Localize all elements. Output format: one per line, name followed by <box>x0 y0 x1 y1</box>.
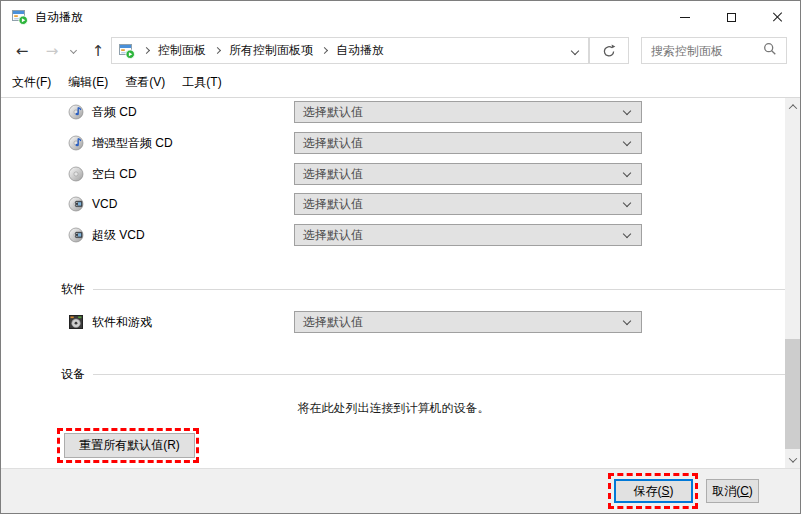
media-row-enhanced-audio-cd: 增强型音频 CD 选择默认值 <box>2 132 785 154</box>
save-button[interactable]: 保存(S) <box>614 479 693 503</box>
video-cd-icon <box>68 227 84 243</box>
search-icon[interactable] <box>763 42 777 60</box>
enhanced-audio-cd-default-select[interactable]: 选择默认值 <box>294 132 642 154</box>
section-devices: 设备 <box>61 367 785 382</box>
vcd-default-select[interactable]: 选择默认值 <box>294 193 642 215</box>
navigation-toolbar: ← → ↑ 控制面板 所有控制面板项 自动播放 <box>1 33 800 68</box>
chevron-down-icon <box>623 169 631 177</box>
up-button[interactable]: ↑ <box>83 33 113 68</box>
chevron-down-icon <box>623 317 631 325</box>
video-cd-icon <box>68 196 84 212</box>
section-title: 软件 <box>61 281 85 298</box>
cancel-mnemonic: C <box>740 484 749 498</box>
minimize-icon <box>680 17 690 18</box>
chevron-down-icon <box>623 138 631 146</box>
breadcrumb-autoplay[interactable]: 自动播放 <box>336 42 384 59</box>
cancel-label: 取消( <box>712 483 740 500</box>
audio-cd-icon <box>68 135 84 151</box>
menu-edit[interactable]: 编辑(E) <box>68 74 108 91</box>
media-type-label: 超级 VCD <box>92 224 145 246</box>
menu-tools[interactable]: 工具(T) <box>182 74 221 91</box>
media-type-label: 空白 CD <box>92 163 137 185</box>
cancel-button[interactable]: 取消(C) <box>706 479 759 503</box>
chevron-up-icon <box>789 104 797 112</box>
section-divider <box>93 374 785 375</box>
scrollbar-thumb[interactable] <box>785 339 801 449</box>
media-row-blank-cd: 空白 CD 选择默认值 <box>2 163 785 185</box>
chevron-down-icon <box>69 47 76 54</box>
chevron-down-icon <box>623 199 631 207</box>
vertical-scrollbar[interactable] <box>785 98 801 468</box>
save-mnemonic: S <box>661 484 669 498</box>
caption-buttons <box>662 1 800 33</box>
scroll-up-button[interactable] <box>785 98 801 115</box>
search-box <box>641 37 787 64</box>
scroll-down-button[interactable] <box>785 451 801 468</box>
control-panel-item-icon <box>119 43 135 59</box>
media-type-label: 软件和游戏 <box>92 311 152 333</box>
software-games-default-select[interactable]: 选择默认值 <box>294 311 642 333</box>
save-label-suffix: ) <box>670 484 674 498</box>
close-icon <box>771 11 783 23</box>
breadcrumb-separator-icon <box>214 47 221 54</box>
software-games-icon <box>68 314 84 330</box>
media-row-vcd: VCD 选择默认值 <box>2 193 785 215</box>
chevron-down-icon <box>789 454 797 462</box>
refresh-icon <box>601 43 617 59</box>
breadcrumb-control-panel[interactable]: 控制面板 <box>158 42 206 59</box>
section-title: 设备 <box>61 366 85 383</box>
menu-file[interactable]: 文件(F) <box>12 74 51 91</box>
maximize-icon <box>727 13 736 22</box>
chevron-down-icon <box>623 230 631 238</box>
audio-cd-icon <box>68 104 84 120</box>
breadcrumb-separator-icon <box>321 47 328 54</box>
media-type-label: 增强型音频 CD <box>92 132 173 154</box>
cancel-label-suffix: ) <box>749 484 753 498</box>
media-row-super-vcd: 超级 VCD 选择默认值 <box>2 224 785 246</box>
forward-button[interactable]: → <box>37 33 67 68</box>
breadcrumb-all-items[interactable]: 所有控制面板项 <box>229 42 313 59</box>
recent-pages-button[interactable] <box>65 33 81 68</box>
maximize-button[interactable] <box>708 1 754 33</box>
menu-bar: 文件(F) 编辑(E) 查看(V) 工具(T) <box>1 68 800 97</box>
autoplay-window: 自动播放 ← → ↑ 控制 <box>0 0 801 514</box>
section-divider <box>93 289 785 290</box>
blank-cd-icon <box>68 166 84 182</box>
address-dropdown-chevron-icon[interactable] <box>571 46 579 54</box>
search-input[interactable] <box>642 44 763 58</box>
window-title: 自动播放 <box>35 1 83 33</box>
reset-defaults-button[interactable]: 重置所有默认值(R) <box>64 433 195 458</box>
blank-cd-default-select[interactable]: 选择默认值 <box>294 163 642 185</box>
media-row-software-games: 软件和游戏 选择默认值 <box>2 311 785 333</box>
media-type-label: VCD <box>92 193 117 215</box>
menu-view[interactable]: 查看(V) <box>125 74 165 91</box>
save-label: 保存( <box>633 483 661 500</box>
devices-empty-hint: 将在此处列出连接到计算机的设备。 <box>2 400 785 417</box>
breadcrumb-separator-icon <box>143 47 150 54</box>
autoplay-settings-panel: 音频 CD 选择默认值 增强型音频 CD 选择默认值 <box>2 98 785 468</box>
media-type-label: 音频 CD <box>92 101 137 123</box>
back-button[interactable]: ← <box>7 33 37 68</box>
close-button[interactable] <box>754 1 800 33</box>
title-bar: 自动播放 <box>1 1 800 33</box>
refresh-button[interactable] <box>589 37 629 64</box>
minimize-button[interactable] <box>662 1 708 33</box>
address-bar[interactable]: 控制面板 所有控制面板项 自动播放 <box>111 37 589 64</box>
chevron-down-icon <box>623 107 631 115</box>
super-vcd-default-select[interactable]: 选择默认值 <box>294 224 642 246</box>
section-software: 软件 <box>61 282 785 297</box>
media-row-audio-cd: 音频 CD 选择默认值 <box>2 101 785 123</box>
autoplay-app-icon <box>12 9 28 25</box>
audio-cd-default-select[interactable]: 选择默认值 <box>294 101 642 123</box>
